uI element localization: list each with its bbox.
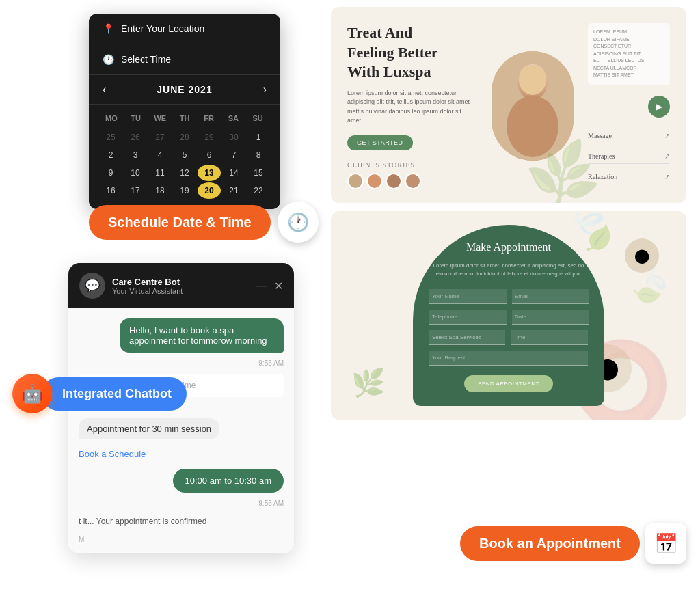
cal-day[interactable]: 17 [124, 182, 147, 199]
service-name: Massage [588, 132, 612, 139]
spa-title: Treat andFeeling BetterWith Luxspa [347, 23, 477, 82]
form-row-service-time: Select Spa Services Massage Therapies Re… [429, 330, 588, 345]
client-avatar [405, 173, 421, 189]
service-therapies[interactable]: Therapies ↗ [588, 149, 670, 164]
chat-bot-info: Care Centre Bot Your Virtual Assistant [112, 277, 183, 295]
schedule-badge: Schedule Date & Time 🕐 [89, 202, 319, 243]
cal-day[interactable]: 1 [247, 129, 270, 146]
cal-day[interactable]: 4 [148, 147, 172, 163]
spa-bottom-section: ⭕ 🍃 Make Appointment Lorem ipsum dolor s… [331, 211, 686, 420]
location-row[interactable]: 📍 Enter Your Location [89, 14, 280, 44]
cal-day[interactable]: 7 [222, 147, 245, 163]
get-started-button[interactable]: GET STARTED [347, 135, 413, 150]
calendar-nav: ‹ JUNE 2021 › [89, 75, 280, 105]
date-input[interactable] [512, 310, 589, 325]
chat-message-out: Hello, I want to book a spa appoinment f… [120, 318, 284, 353]
service-arrow-icon: ↗ [664, 173, 670, 180]
day-fr: FR [197, 111, 221, 125]
request-input[interactable] [429, 351, 588, 366]
cal-day[interactable]: 12 [173, 165, 196, 181]
day-th: TH [172, 111, 197, 125]
client-avatar [366, 173, 383, 189]
stories-label: Clients Stories [347, 161, 477, 169]
chat-message-time: 10:00 am to 10:30 am [173, 469, 284, 493]
appointment-title: Make Appointment [429, 241, 588, 254]
book-appointment-badge: Book an Appointment 📅 [460, 523, 686, 564]
cal-day[interactable]: 15 [247, 165, 270, 181]
cal-day[interactable]: 2 [99, 147, 122, 163]
name-input[interactable] [429, 289, 507, 304]
cal-day-highlighted2[interactable]: 20 [198, 182, 221, 199]
cal-day[interactable]: 3 [124, 147, 147, 163]
schedule-badge-label: Schedule Date & Time [89, 205, 271, 240]
schedule-clock-icon: 🕐 [278, 202, 319, 243]
cal-day[interactable]: 26 [124, 129, 147, 146]
cal-day[interactable]: 22 [247, 182, 270, 199]
minimize-button[interactable]: — [256, 279, 267, 292]
cal-day[interactable]: 5 [173, 147, 196, 163]
cal-day[interactable]: 9 [99, 165, 122, 181]
cal-day[interactable]: 8 [247, 147, 270, 163]
spa-stories: Clients Stories [347, 161, 477, 189]
email-input[interactable] [512, 289, 589, 304]
day-tu: TU [124, 111, 148, 125]
appointment-description: Lorem ipsum dolor sit amet, consectetur … [429, 262, 588, 278]
book-schedule-link[interactable]: Book a Schedule [79, 446, 284, 462]
service-arrow-icon: ↗ [664, 152, 670, 160]
cal-day[interactable]: 29 [198, 129, 221, 146]
cal-day[interactable]: 11 [148, 165, 172, 181]
day-su: SU [245, 111, 270, 125]
send-appointment-button[interactable]: SEND APPOINTMENT [464, 375, 553, 392]
form-row-request [429, 351, 588, 366]
chat-timestamp-1: 9:55 AM [258, 359, 284, 367]
time-input[interactable] [511, 330, 588, 345]
lorem-text-box: LOREM IPSUM DOLOR SIPAME CONSECT ETUR AD… [588, 23, 670, 85]
spa-top-section: Treat andFeeling BetterWith Luxspa Lorem… [331, 7, 686, 203]
cal-day[interactable]: 27 [148, 129, 172, 146]
service-select[interactable]: Select Spa Services Massage Therapies Re… [429, 330, 505, 345]
cal-day[interactable]: 16 [99, 182, 122, 199]
chat-bot-subtitle: Your Virtual Assistant [112, 287, 183, 295]
chat-timestamp-2: 9:55 AM [258, 500, 284, 507]
appointment-form: Make Appointment Lorem ipsum dolor sit a… [413, 225, 604, 406]
cal-day[interactable]: 21 [222, 182, 245, 199]
time-label[interactable]: Select Time [121, 54, 171, 65]
month-label: JUNE 2021 [157, 84, 212, 95]
client-avatar [347, 173, 364, 189]
chat-bot-name: Care Centre Bot [112, 277, 183, 287]
book-calendar-icon: 📅 [645, 523, 686, 564]
chat-header: 💬 Care Centre Bot Your Virtual Assistant… [68, 263, 294, 308]
cal-day[interactable]: 28 [173, 129, 196, 146]
form-row-name-email [429, 289, 588, 304]
client-avatar [386, 173, 402, 189]
chat-controls: — ✕ [256, 279, 283, 292]
cal-day[interactable]: 10 [124, 165, 147, 181]
pin-icon: 📍 [103, 23, 114, 34]
cal-day[interactable]: 14 [222, 165, 245, 181]
spa-description: Lorem ipsum dolor sit amet, consectetur … [347, 89, 477, 126]
cal-day[interactable]: 25 [99, 129, 122, 146]
chatbot-robot-icon: 🤖 [12, 374, 52, 413]
cal-day[interactable]: 6 [198, 147, 221, 163]
spa-top-left: Treat andFeeling BetterWith Luxspa Lorem… [347, 23, 477, 189]
location-label[interactable]: Enter Your Location [121, 23, 204, 34]
cal-day[interactable]: 30 [222, 129, 245, 146]
chat-header-left: 💬 Care Centre Bot Your Virtual Assistant [79, 273, 183, 299]
cal-day-highlighted[interactable]: 13 [198, 165, 221, 181]
prev-month-button[interactable]: ‹ [103, 83, 106, 96]
play-button[interactable]: ▶ [648, 96, 670, 118]
chat-message-appointment: Appointment for 30 min session [79, 418, 219, 439]
service-massage[interactable]: Massage ↗ [588, 128, 670, 144]
form-row-phone-date [429, 310, 588, 325]
telephone-input[interactable] [429, 310, 507, 325]
cal-day[interactable]: 18 [148, 182, 172, 199]
next-month-button[interactable]: › [263, 83, 267, 96]
calendar-grid: MO TU WE TH FR SA SU 25 26 27 28 29 30 1… [89, 105, 280, 209]
time-row[interactable]: 🕐 Select Time [89, 44, 280, 75]
spa-top-right: LOREM IPSUM DOLOR SIPAME CONSECT ETUR AD… [588, 23, 670, 189]
cal-day[interactable]: 19 [173, 182, 196, 199]
clock-icon: 🕐 [103, 54, 114, 65]
right-panel: Treat andFeeling BetterWith Luxspa Lorem… [331, 7, 686, 420]
close-button[interactable]: ✕ [274, 279, 283, 292]
chat-bot-avatar: 💬 [79, 273, 105, 299]
